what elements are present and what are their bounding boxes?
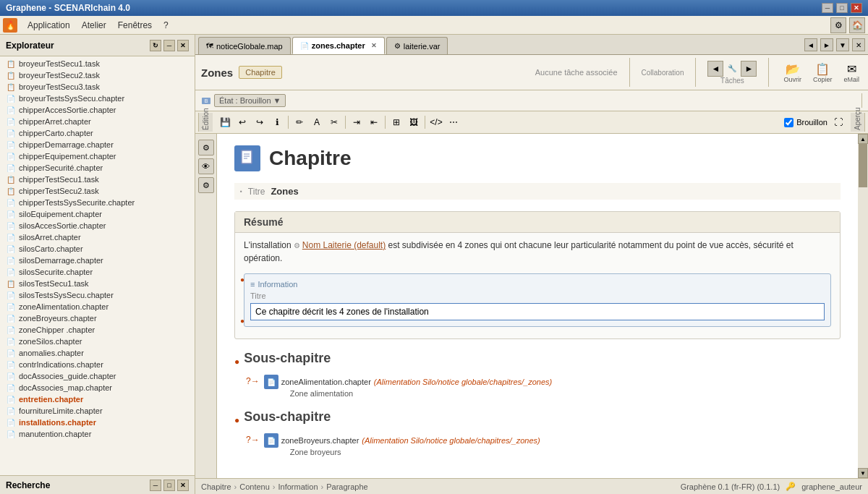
sidebar-item-silosArret[interactable]: 📄 silosArret.chapter xyxy=(0,231,195,243)
minimize-button[interactable]: ─ xyxy=(822,3,833,13)
close-button[interactable]: ✕ xyxy=(851,3,862,13)
sidebar-item-broyeurTestSecu2[interactable]: 📋 broyeurTestSecu2.task xyxy=(0,69,195,81)
tab-zones[interactable]: 📄 zones.chapter ✕ xyxy=(292,37,385,54)
sidebar-close-icon[interactable]: ✕ xyxy=(177,40,189,51)
sidebar-item-silosCarto[interactable]: 📄 silosCarto.chapter xyxy=(0,243,195,255)
subheader-sep xyxy=(861,93,862,108)
sidebar-item-silosDemarrage[interactable]: 📄 silosDemarrage.chapter xyxy=(0,255,195,266)
email-icon: ✉ xyxy=(847,62,856,76)
tab-laiterie[interactable]: ⚙ laiterie.var xyxy=(386,37,448,54)
breadcrumb: Chapitre › Contenu › Information › Parag… xyxy=(201,482,368,491)
info-input-field[interactable] xyxy=(250,303,825,320)
home-icon[interactable]: 🏠 xyxy=(849,17,865,33)
sidebar-item-chipperDemarrage[interactable]: 📄 chipperDemarrage.chapter xyxy=(0,139,195,150)
tab-nav-down[interactable]: ▼ xyxy=(836,38,849,51)
sidebar-item-docAssociesMap[interactable]: 📄 docAssocies_map.chapter xyxy=(0,382,195,393)
state-dropdown[interactable]: État : Brouillon ▼ xyxy=(214,94,286,107)
copier-button[interactable]: 📋 Copier xyxy=(810,61,835,85)
resume-link[interactable]: Nom Laiterie (default) xyxy=(302,240,386,250)
pencil-icon[interactable]: ✏ xyxy=(292,114,307,130)
tab-noticeGlobale[interactable]: 🗺 noticeGlobale.map xyxy=(198,37,291,54)
sidebar-item-chipperSecurite[interactable]: 📄 chipperSecurité.chapter xyxy=(0,162,195,174)
sidebar-item-zoneChipper[interactable]: 📄 zoneChipper .chapter xyxy=(0,324,195,336)
tab-nav-back[interactable]: ◄ xyxy=(804,38,817,51)
subchapter2-path[interactable]: (Alimentation Silo/notice globale/chapit… xyxy=(362,436,540,445)
sidebar-item-chipperCarto[interactable]: 📄 chipperCarto.chapter xyxy=(0,127,195,139)
sidebar-item-chipperTestsSysSecurite[interactable]: 📄 chipperTestsSysSecurite.chapter xyxy=(0,197,195,208)
sidebar-item-zoneSilos[interactable]: 📄 zoneSilos.chapter xyxy=(0,336,195,347)
sidebar-item-silosAccesSortie[interactable]: 📄 silosAccesSortie.chapter xyxy=(0,220,195,231)
sidebar-item-chipperAccesSortie[interactable]: 📄 chipperAccesSortie.chapter xyxy=(0,104,195,116)
email-button[interactable]: ✉ eMail xyxy=(841,61,862,85)
search-minimize-icon[interactable]: ─ xyxy=(150,480,161,491)
sidebar-item-chipperTestSecu2[interactable]: 📋 chipperTestSecu2.task xyxy=(0,185,195,197)
indent-left-icon[interactable]: ⇤ xyxy=(366,114,382,130)
refresh-icon[interactable]: ↻ xyxy=(150,40,161,51)
subchapter1-filename: zoneAlimentation.chapter xyxy=(281,378,371,386)
save-icon[interactable]: 💾 xyxy=(217,114,233,130)
settings-icon[interactable]: ⚙ xyxy=(830,17,846,33)
taches-left-icon[interactable]: ◄ xyxy=(707,61,723,77)
search-close-icon[interactable]: ✕ xyxy=(177,480,189,491)
code-icon[interactable]: </> xyxy=(428,114,444,130)
editor-main[interactable]: Chapitre ▪ Titre Zones Résumé L'installa… xyxy=(217,134,858,478)
sidebar-item-docAssociesGuide[interactable]: 📄 docAssocies_guide.chapter xyxy=(0,370,195,382)
fullscreen-icon[interactable]: ⛶ xyxy=(830,114,846,130)
taches-right-icon[interactable]: ► xyxy=(741,61,757,77)
scroll-down-icon[interactable]: ▼ xyxy=(858,468,868,478)
doc-icon: 📄 xyxy=(300,42,309,50)
sidebar-item-broyeurTestSecu3[interactable]: 📋 broyeurTestSecu3.task xyxy=(0,81,195,93)
info-icon[interactable]: ℹ xyxy=(269,114,285,130)
sidebar-item-label: silosTestSecu1.task xyxy=(19,279,89,288)
sidebar-item-anomalies[interactable]: 📄 anomalies.chapter xyxy=(0,347,195,359)
sidebar-item-contrIndications[interactable]: 📄 contrIndications.chapter xyxy=(0,359,195,370)
redo-icon[interactable]: ↪ xyxy=(252,114,268,130)
undo-icon[interactable]: ↩ xyxy=(234,114,250,130)
menu-application[interactable]: Application xyxy=(22,18,76,33)
eye-side-icon[interactable]: 👁 xyxy=(198,158,214,174)
editor-scrollbar[interactable]: ▲ ▼ xyxy=(858,134,868,478)
scroll-up-icon[interactable]: ▲ xyxy=(858,134,868,144)
tab-close-icon[interactable]: ✕ xyxy=(371,42,377,49)
sidebar-item-label: broyeurTestSecu2.task xyxy=(19,71,100,80)
sidebar-item-installations[interactable]: 📄 installations.chapter xyxy=(0,417,195,428)
sidebar-item-silosTestSecu1[interactable]: 📋 silosTestSecu1.task xyxy=(0,278,195,289)
sidebar-item-chipperTestSecu1[interactable]: 📋 chipperTestSecu1.task xyxy=(0,174,195,185)
scroll-thumb[interactable] xyxy=(859,144,867,187)
search-expand-icon[interactable]: □ xyxy=(163,480,175,491)
indent-right-icon[interactable]: ⇥ xyxy=(349,114,365,130)
sidebar-item-fournitureLimite[interactable]: 📄 fournitureLimite.chapter xyxy=(0,405,195,417)
sidebar-item-broyeurTestSecu1[interactable]: 📋 broyeurTestSecu1.task xyxy=(0,58,195,69)
gear-side-icon[interactable]: ⚙ xyxy=(198,177,214,193)
sidebar-item-chipperEquipement[interactable]: 📄 chipperEquipement.chapter xyxy=(0,150,195,162)
sidebar-item-silosSecurite[interactable]: 📄 silosSecurite.chapter xyxy=(0,266,195,278)
more-icon[interactable]: ⋯ xyxy=(446,114,461,130)
tab-nav-forward[interactable]: ► xyxy=(820,38,833,51)
task-icon: 📋 xyxy=(6,278,16,289)
sidebar-item-zoneAlimentation[interactable]: 📄 zoneAlimentation.chapter xyxy=(0,301,195,312)
sidebar-item-manutention[interactable]: 📄 manutention.chapter xyxy=(0,428,195,440)
chapter-icon: 📄 xyxy=(6,371,16,381)
image-icon[interactable]: 🖼 xyxy=(406,114,422,130)
maximize-button[interactable]: □ xyxy=(836,3,848,13)
table-icon[interactable]: ⊞ xyxy=(388,114,404,130)
sidebar-minimize-icon[interactable]: ─ xyxy=(163,40,175,51)
menu-fenetres[interactable]: Fenêtres xyxy=(112,18,158,33)
sidebar-item-zoneBroyeurs[interactable]: 📄 zoneBroyeurs.chapter xyxy=(0,312,195,324)
chapter-icon: 📄 xyxy=(6,406,16,416)
menu-atelier[interactable]: Atelier xyxy=(76,18,112,33)
subchapter2-file-row: 📄 zoneBroyeurs.chapter (Alimentation Sil… xyxy=(264,433,540,448)
sidebar-item-siloEquipement[interactable]: 📄 siloEquipement.chapter xyxy=(0,208,195,220)
menu-help[interactable]: ? xyxy=(158,18,174,33)
subchapter1-path[interactable]: (Alimentation Silo/notice globale/chapit… xyxy=(374,378,552,386)
ouvrir-button[interactable]: 📂 Ouvrir xyxy=(780,61,804,85)
cut-icon[interactable]: ✂ xyxy=(326,114,342,130)
brouillon-checkbox[interactable] xyxy=(784,118,793,127)
text-color-icon[interactable]: A xyxy=(309,114,325,130)
tab-close-all[interactable]: ✕ xyxy=(852,38,865,51)
sidebar-item-broyeurTestsSysSecu[interactable]: 📄 broyeurTestsSysSecu.chapter xyxy=(0,93,195,104)
settings-side-icon[interactable]: ⚙ xyxy=(198,140,214,156)
sidebar-item-silosTestsSysSecu[interactable]: 📄 silosTestsSysSecu.chapter xyxy=(0,289,195,301)
sidebar-item-chipperArret[interactable]: 📄 chipperArret.chapter xyxy=(0,116,195,127)
sidebar-item-entretien[interactable]: 📄 entretien.chapter xyxy=(0,393,195,405)
